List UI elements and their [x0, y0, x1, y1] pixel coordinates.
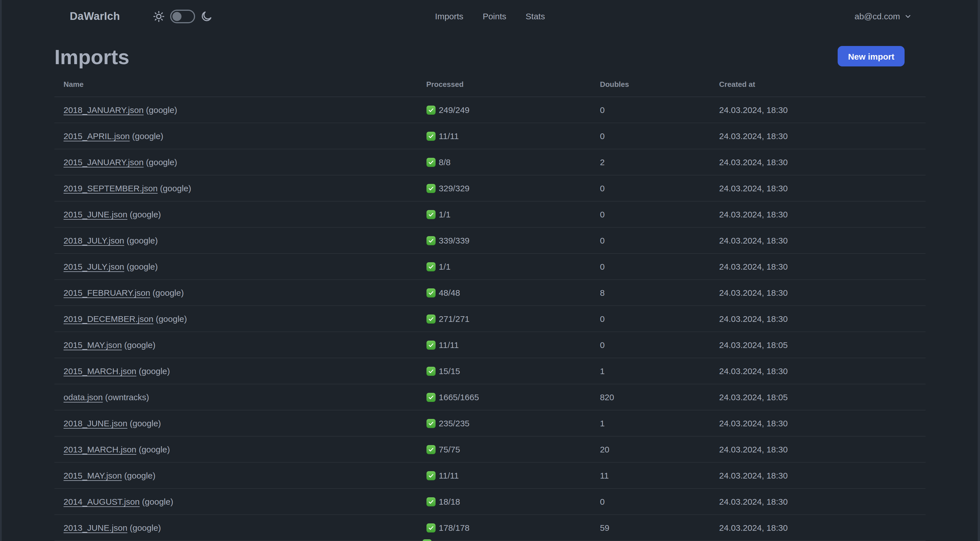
- status-check-icon: [426, 131, 435, 140]
- import-file-link[interactable]: 2015_MAY.json: [64, 340, 122, 350]
- processed-count: 18/18: [439, 496, 460, 507]
- import-source-label: (google): [130, 418, 161, 428]
- theme-control: [152, 10, 212, 23]
- created-at-cell: 24.03.2024, 18:30: [710, 462, 926, 488]
- moon-icon: [200, 10, 212, 22]
- import-file-link[interactable]: 2015_FEBRUARY.json: [64, 288, 150, 297]
- import-file-link[interactable]: 2019_DECEMBER.json: [64, 314, 153, 324]
- processed-count: 15/15: [439, 365, 460, 377]
- nav-item-imports[interactable]: Imports: [435, 11, 463, 21]
- import-source-label: (google): [142, 497, 173, 506]
- status-check-icon: [426, 262, 435, 271]
- import-source-label: (google): [130, 523, 161, 533]
- created-at-cell: 24.03.2024, 18:30: [710, 410, 926, 436]
- new-import-button[interactable]: New import: [838, 46, 905, 66]
- processed-cell: 15/15: [417, 358, 591, 384]
- nav-item-points[interactable]: Points: [483, 11, 506, 21]
- import-file-link[interactable]: 2019_SEPTEMBER.json: [64, 184, 158, 193]
- status-check-icon: [426, 523, 435, 532]
- doubles-cell: 8: [591, 279, 710, 306]
- doubles-cell: 59: [591, 515, 710, 541]
- import-file-link[interactable]: 2018_JANUARY.json: [64, 105, 143, 115]
- table-row: 2015_FEBRUARY.json (google) 48/48 8 24.0…: [54, 279, 926, 306]
- status-check-icon: [426, 210, 435, 219]
- column-header-name: Name: [54, 77, 417, 97]
- doubles-cell: 0: [591, 227, 710, 254]
- user-email: ab@cd.com: [854, 11, 900, 21]
- import-file-link[interactable]: 2014_AUGUST.json: [64, 497, 140, 506]
- status-check-icon: [426, 366, 435, 375]
- status-check-icon: [426, 158, 435, 167]
- app-window: DaWarIch: [0, 0, 980, 541]
- name-cell: 2019_SEPTEMBER.json (google): [54, 175, 417, 201]
- status-check-icon: [426, 445, 435, 454]
- import-file-link[interactable]: odata.json: [64, 392, 103, 402]
- nav-item-stats[interactable]: Stats: [526, 11, 545, 21]
- doubles-cell: 2: [591, 149, 710, 175]
- name-cell: 2014_AUGUST.json (google): [54, 488, 417, 515]
- name-cell: 2015_FEBRUARY.json (google): [54, 279, 417, 306]
- processed-cell: 1665/1665: [417, 384, 591, 410]
- column-header-processed: Processed: [417, 77, 591, 97]
- processed-count: 11/11: [439, 340, 459, 350]
- created-at-cell: 24.03.2024, 18:30: [710, 358, 926, 384]
- table-row: 2014_AUGUST.json (google) 18/18 0 24.03.…: [54, 488, 926, 515]
- table-row: 2015_JULY.json (google) 1/1 0 24.03.2024…: [54, 254, 926, 279]
- created-at-cell: 24.03.2024, 18:30: [710, 436, 926, 462]
- processed-cell: 11/11: [417, 462, 591, 488]
- import-file-link[interactable]: 2013_MARCH.json: [64, 445, 137, 454]
- status-check-icon: [426, 419, 435, 428]
- import-file-link[interactable]: 2018_JULY.json: [64, 236, 124, 245]
- window-left-edge: [0, 0, 2, 541]
- import-file-link[interactable]: 2013_JUNE.json: [64, 523, 127, 533]
- processed-cell: 11/11: [417, 123, 591, 149]
- created-at-cell: 24.03.2024, 18:30: [710, 488, 926, 515]
- doubles-cell: 0: [591, 306, 710, 332]
- processed-count: 249/249: [439, 104, 469, 115]
- import-source-label: (google): [160, 184, 191, 193]
- created-at-cell: 24.03.2024, 18:30: [710, 254, 926, 279]
- name-cell: 2015_MAY.json (google): [54, 462, 417, 488]
- import-file-link[interactable]: 2015_JULY.json: [64, 262, 124, 271]
- nav-menu: Imports Points Stats: [435, 0, 545, 32]
- table-row: 2015_APRIL.json (google) 11/11 0 24.03.2…: [54, 123, 926, 149]
- table-row: 2013_JUNE.json (google) 178/178 59 24.03…: [54, 515, 926, 541]
- processed-cell: 339/339: [417, 227, 591, 254]
- table-row: 2015_MARCH.json (google) 15/15 1 24.03.2…: [54, 358, 926, 384]
- theme-toggle[interactable]: [170, 10, 195, 23]
- table-row: 2019_SEPTEMBER.json (google) 329/329 0 2…: [54, 175, 926, 201]
- import-file-link[interactable]: 2015_JANUARY.json: [64, 157, 143, 167]
- doubles-cell: 0: [591, 488, 710, 515]
- doubles-cell: 0: [591, 175, 710, 201]
- status-check-icon: [423, 539, 431, 541]
- doubles-cell: 20: [591, 436, 710, 462]
- processed-cell: 8/8: [417, 149, 591, 175]
- created-at-cell: 24.03.2024, 18:30: [710, 306, 926, 332]
- processed-count: 329/329: [439, 183, 469, 193]
- status-check-icon: [426, 288, 435, 297]
- import-file-link[interactable]: 2015_MAY.json: [64, 471, 122, 480]
- processed-cell: 48/48: [417, 279, 591, 306]
- processed-cell: 11/11: [417, 332, 591, 358]
- doubles-cell: 820: [591, 384, 710, 410]
- table-row: odata.json (owntracks) 1665/1665 820 24.…: [54, 384, 926, 410]
- processed-cell: 75/75: [417, 436, 591, 462]
- import-file-link[interactable]: 2018_JUNE.json: [64, 418, 127, 428]
- name-cell: 2015_APRIL.json (google): [54, 123, 417, 149]
- processed-cell: 178/178: [417, 515, 591, 541]
- processed-count: 11/11: [439, 470, 459, 481]
- processed-count: 235/235: [439, 418, 469, 429]
- name-cell: 2015_JANUARY.json (google): [54, 149, 417, 175]
- processed-cell: 271/271: [417, 306, 591, 332]
- import-file-link[interactable]: 2015_MARCH.json: [64, 366, 137, 376]
- created-at-cell: 24.03.2024, 18:30: [710, 149, 926, 175]
- table-row: 2015_JANUARY.json (google) 8/8 2 24.03.2…: [54, 149, 926, 175]
- created-at-cell: 24.03.2024, 18:30: [710, 123, 926, 149]
- created-at-cell: 24.03.2024, 18:30: [710, 175, 926, 201]
- import-file-link[interactable]: 2015_JUNE.json: [64, 209, 127, 219]
- user-menu[interactable]: ab@cd.com: [854, 0, 912, 32]
- import-file-link[interactable]: 2015_APRIL.json: [64, 131, 130, 141]
- table-row: 2015_MAY.json (google) 11/11 11 24.03.20…: [54, 462, 926, 488]
- imports-table-body: 2018_JANUARY.json (google) 249/249 0 24.…: [54, 97, 926, 541]
- app-logo[interactable]: DaWarIch: [70, 10, 120, 22]
